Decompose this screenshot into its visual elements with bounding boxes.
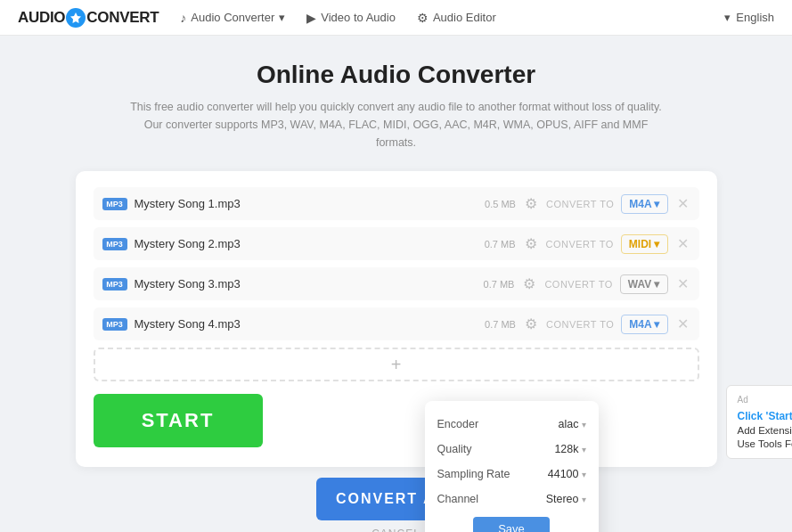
- sampling-value[interactable]: 44100 ▾: [548, 468, 586, 480]
- popup-quality-row: Quality 128k ▾: [425, 437, 599, 462]
- settings-button-4[interactable]: ⚙: [523, 314, 539, 334]
- ad-line-1: Add Extension: [738, 425, 793, 436]
- file-row: MP3 Mystery Song 2.mp3 0.7 MB ⚙ CONVERT …: [94, 227, 699, 260]
- page-title: Online Audio Converter: [257, 61, 535, 89]
- file-size: 0.7 MB: [484, 279, 515, 290]
- file-row-right: ⚙ CONVERT TO WAV ▾ ✕: [521, 274, 690, 294]
- ad-banner-top: Ad D×: [738, 395, 793, 405]
- convert-to-label-4: CONVERT TO: [546, 319, 614, 330]
- add-file-row[interactable]: +: [94, 348, 699, 381]
- settings-button-2[interactable]: ⚙: [523, 233, 539, 254]
- start-button-wrap: START: [94, 394, 699, 447]
- remove-file-3[interactable]: ✕: [675, 275, 690, 293]
- page-subtitle: This free audio converter will help you …: [129, 98, 664, 151]
- file-name: Mystery Song 4.mp3: [135, 317, 473, 331]
- ad-label: Ad: [738, 395, 748, 405]
- ad-cta-text: Click 'Start': [738, 410, 793, 422]
- popup-save-button-wrap: Save: [437, 517, 586, 532]
- convert-all-wrap: CONVERT ALL CANCEL: [76, 478, 717, 532]
- encoder-value-text: alac: [559, 418, 579, 430]
- file-badge: MP3: [102, 198, 127, 210]
- file-row-right: ⚙ CONVERT TO M4A ▾ ✕: [523, 314, 690, 334]
- nav-audio-converter-label: Audio Converter: [191, 11, 274, 24]
- file-row-right: ⚙ CONVERT TO MIDI ▾ ✕: [523, 233, 690, 254]
- encoder-caret: ▾: [582, 420, 586, 430]
- file-size: 0.7 MB: [485, 239, 516, 250]
- quality-caret: ▾: [582, 445, 586, 454]
- sampling-caret: ▾: [582, 470, 586, 479]
- nav-video-to-audio[interactable]: ▶ Video to Audio: [306, 11, 396, 25]
- popup-save-button[interactable]: Save: [473, 517, 550, 532]
- file-row: MP3 Mystery Song 4.mp3 0.7 MB ⚙ CONVERT …: [94, 307, 699, 340]
- nav-audio-converter[interactable]: ♪ Audio Converter ▾: [180, 11, 285, 25]
- settings-button-3[interactable]: ⚙: [521, 274, 537, 294]
- sampling-label: Sampling Rate: [437, 468, 510, 480]
- converter-outer: MP3 Mystery Song 1.mp3 0.5 MB ⚙ CONVERT …: [76, 171, 717, 532]
- nav-audio-converter-caret: ▾: [279, 11, 285, 24]
- quality-value[interactable]: 128k ▾: [554, 443, 585, 455]
- video-icon: ▶: [306, 11, 316, 25]
- format-button-1[interactable]: M4A ▾: [621, 194, 667, 214]
- nav-audio-editor[interactable]: ⚙ Audio Editor: [417, 11, 496, 25]
- logo[interactable]: AUDIO CONVERT: [18, 8, 159, 28]
- logo-convert-text: CONVERT: [86, 9, 159, 27]
- popup-encoder-row: Encoder alac ▾: [425, 412, 599, 437]
- remove-file-1[interactable]: ✕: [675, 195, 690, 213]
- header-left: AUDIO CONVERT ♪ Audio Converter ▾ ▶ Vide…: [18, 8, 496, 28]
- convert-to-label-1: CONVERT TO: [546, 199, 614, 209]
- file-badge: MP3: [102, 278, 127, 291]
- music-note-icon: ♪: [180, 11, 186, 25]
- cancel-button[interactable]: CANCEL: [372, 528, 420, 532]
- file-badge: MP3: [102, 238, 127, 250]
- channel-label: Channel: [437, 493, 479, 505]
- start-button[interactable]: START: [94, 394, 263, 447]
- file-name: Mystery Song 3.mp3: [135, 277, 471, 291]
- main-content: Online Audio Converter This free audio c…: [0, 36, 792, 532]
- file-size: 0.5 MB: [485, 199, 516, 209]
- format-button-3[interactable]: WAV ▾: [620, 274, 668, 294]
- ad-banner: Ad D× Click 'Start' Add Extension Use To…: [726, 385, 793, 459]
- language-label: English: [736, 11, 774, 24]
- convert-to-label-3: CONVERT TO: [544, 279, 612, 290]
- file-name: Mystery Song 2.mp3: [135, 237, 472, 250]
- file-badge: MP3: [102, 318, 127, 331]
- remove-file-2[interactable]: ✕: [675, 235, 690, 253]
- caret-icon: ▾: [724, 11, 731, 24]
- nav-audio-editor-label: Audio Editor: [433, 11, 496, 24]
- popup-channel-row: Channel Stereo ▾: [425, 487, 599, 512]
- file-row-right: ⚙ CONVERT TO M4A ▾ ✕: [523, 193, 690, 214]
- remove-file-4[interactable]: ✕: [675, 315, 690, 333]
- format-button-2[interactable]: MIDI ▾: [621, 234, 668, 254]
- add-icon: +: [391, 355, 402, 375]
- format-button-4[interactable]: M4A ▾: [621, 315, 667, 334]
- file-row: MP3 Mystery Song 3.mp3 0.7 MB ⚙ CONVERT …: [94, 267, 699, 300]
- logo-icon: [66, 8, 86, 28]
- sliders-icon: ⚙: [417, 11, 429, 25]
- language-selector[interactable]: ▾ English: [724, 11, 774, 24]
- ad-line-2: Use Tools For Free: [738, 438, 793, 449]
- logo-audio-text: AUDIO: [18, 9, 65, 27]
- encoder-value[interactable]: alac ▾: [559, 418, 586, 430]
- converter-box: MP3 Mystery Song 1.mp3 0.5 MB ⚙ CONVERT …: [76, 171, 717, 467]
- file-row: MP3 Mystery Song 1.mp3 0.5 MB ⚙ CONVERT …: [94, 187, 699, 220]
- settings-popup: Encoder alac ▾ Quality 128k ▾ Sampling R…: [425, 401, 599, 532]
- encoder-label: Encoder: [437, 418, 479, 430]
- channel-caret: ▾: [582, 495, 586, 504]
- quality-label: Quality: [437, 443, 472, 455]
- convert-to-label-2: CONVERT TO: [546, 239, 614, 250]
- quality-value-text: 128k: [554, 443, 578, 455]
- popup-sampling-row: Sampling Rate 44100 ▾: [425, 462, 599, 487]
- channel-value-text: Stereo: [546, 493, 579, 505]
- settings-button-1[interactable]: ⚙: [523, 193, 539, 214]
- nav-video-to-audio-label: Video to Audio: [321, 11, 396, 24]
- file-size: 0.7 MB: [485, 319, 516, 330]
- sampling-value-text: 44100: [548, 468, 579, 480]
- channel-value[interactable]: Stereo ▾: [546, 493, 586, 505]
- file-name: Mystery Song 1.mp3: [135, 197, 473, 210]
- header: AUDIO CONVERT ♪ Audio Converter ▾ ▶ Vide…: [0, 0, 792, 36]
